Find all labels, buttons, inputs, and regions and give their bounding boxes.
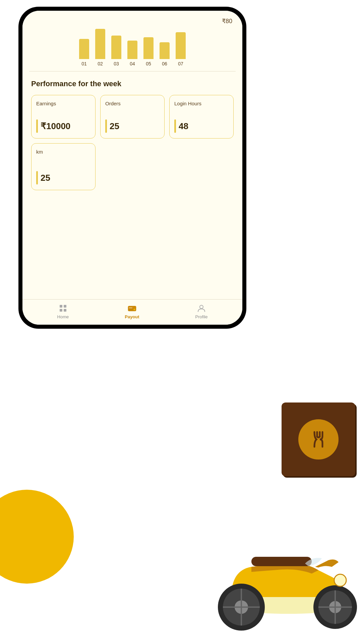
orders-bar-indicator [105, 119, 107, 133]
svg-rect-11 [251, 557, 312, 566]
svg-rect-1 [64, 305, 66, 308]
payout-nav-label: Payout [125, 314, 139, 319]
bottom-nav: Home Payout [22, 299, 242, 325]
earnings-value: ₹10000 [41, 121, 70, 131]
chart-bar [95, 29, 105, 59]
earnings-label: Earnings [36, 101, 90, 106]
login-hours-card: Login Hours 48 [169, 95, 234, 139]
delivery-scooter [201, 402, 362, 644]
bar-label: 07 [178, 61, 183, 66]
illustration-area [0, 342, 362, 644]
payout-icon [127, 304, 137, 313]
home-icon [58, 304, 68, 313]
nav-item-profile[interactable]: Profile [195, 304, 208, 319]
home-nav-label: Home [57, 314, 69, 319]
bar-label: 03 [114, 61, 119, 66]
bar-label: 06 [162, 61, 167, 66]
bar-group: 05 [143, 37, 154, 66]
chart-bar [127, 41, 137, 59]
login-hours-label: Login Hours [174, 101, 229, 106]
chart-bar [111, 36, 121, 59]
svg-rect-0 [60, 305, 62, 308]
chart-bar [79, 39, 89, 59]
earnings-value-row: ₹10000 [36, 119, 90, 133]
orders-value: 25 [110, 121, 119, 131]
svg-rect-2 [60, 309, 62, 312]
bar-label: 05 [146, 61, 151, 66]
bar-group: 07 [176, 32, 186, 66]
bar-group: 06 [160, 42, 170, 66]
profile-icon [197, 304, 206, 313]
chart-top-label: ₹80 [33, 17, 232, 25]
bar-group: 02 [95, 29, 105, 66]
bar-group: 03 [111, 36, 121, 66]
km-value-row: 25 [36, 171, 90, 184]
nav-item-payout[interactable]: Payout [125, 304, 139, 319]
svg-point-22 [334, 574, 346, 586]
stats-grid: Earnings ₹10000 Orders 25 Login [31, 95, 234, 139]
box-logo [298, 419, 339, 460]
bar-group: 04 [127, 41, 137, 66]
svg-rect-4 [128, 306, 136, 311]
km-card: km 25 [31, 143, 96, 190]
phone-frame: ₹80 01020304050607 Performance for the w… [18, 7, 246, 329]
chart-bar [176, 32, 186, 59]
main-content: Performance for the week Earnings ₹10000… [22, 71, 242, 299]
earnings-card: Earnings ₹10000 [31, 95, 96, 139]
login-hours-bar-indicator [174, 119, 176, 133]
svg-rect-7 [128, 307, 136, 308]
svg-point-6 [133, 309, 135, 310]
orders-card: Orders 25 [100, 95, 165, 139]
chart-bar [143, 37, 154, 59]
svg-point-8 [200, 305, 203, 309]
login-hours-value: 48 [179, 121, 188, 131]
chart-bar [160, 42, 170, 59]
svg-point-9 [306, 427, 331, 452]
phone-screen: ₹80 01020304050607 Performance for the w… [22, 11, 242, 325]
section-title: Performance for the week [31, 79, 234, 88]
profile-nav-label: Profile [195, 314, 208, 319]
km-card-row: km 25 [31, 143, 234, 190]
svg-rect-3 [64, 309, 66, 312]
km-label: km [36, 149, 90, 155]
km-bar-indicator [36, 171, 38, 184]
chart-section: ₹80 01020304050607 [22, 11, 242, 71]
bar-label: 04 [130, 61, 135, 66]
bar-label: 02 [98, 61, 103, 66]
delivery-box [282, 402, 355, 476]
yellow-circle-decoration [0, 490, 74, 584]
bar-group: 01 [79, 39, 89, 66]
orders-label: Orders [105, 101, 160, 106]
earnings-bar-indicator [36, 119, 38, 133]
km-value: 25 [41, 173, 50, 183]
orders-value-row: 25 [105, 119, 160, 133]
bar-chart: 01020304050607 [33, 28, 232, 68]
login-hours-value-row: 48 [174, 119, 229, 133]
nav-item-home[interactable]: Home [57, 304, 69, 319]
bar-label: 01 [81, 61, 87, 66]
